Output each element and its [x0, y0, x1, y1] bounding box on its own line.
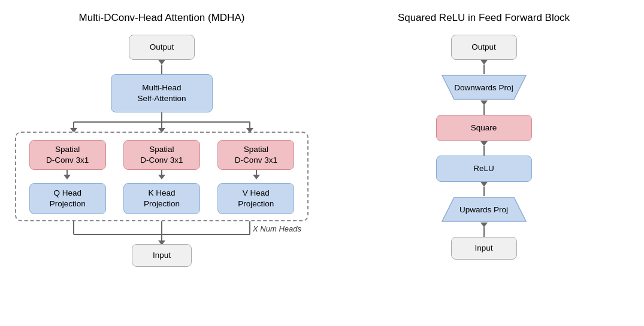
right-diagram: Squared ReLU in Feed Forward Block Outpu…	[323, 6, 644, 320]
down-proj-shape: Downwards Proj	[436, 74, 532, 100]
svg-marker-19	[158, 240, 165, 244]
down-proj-arrow	[480, 100, 488, 115]
q-head-box: Q Head Projection	[29, 183, 106, 214]
v-head-box: V Head Projection	[217, 183, 294, 214]
head-proj-row: Q Head Projection K Head Projection V He…	[22, 183, 301, 214]
relu-arrow	[480, 182, 488, 196]
head-input-svg	[15, 221, 309, 244]
svg-marker-9	[64, 175, 71, 179]
dconv-head-svg	[22, 170, 301, 183]
relu-box: ReLU	[436, 156, 532, 182]
svg-marker-13	[253, 175, 260, 179]
up-proj-shape: Upwards Proj	[436, 196, 532, 223]
col-q: Spatial D-Conv 3x1	[29, 140, 106, 170]
left-output-box: Output	[129, 35, 195, 60]
col-v-head: V Head Projection	[217, 183, 294, 214]
square-box: Square	[436, 115, 532, 141]
mhsa-box: Multi-Head Self-Attention	[111, 74, 213, 112]
left-diagram: Multi-DConv-Head Attention (MDHA) Output…	[0, 6, 323, 320]
dashed-region: Spatial D-Conv 3x1 Spatial D-Conv 3x1 Sp…	[15, 132, 309, 221]
down-proj-label: Downwards Proj	[454, 83, 513, 92]
k-dconv-box: Spatial D-Conv 3x1	[123, 140, 200, 170]
up-proj-label: Upwards Proj	[459, 205, 508, 214]
main-container: Multi-DConv-Head Attention (MDHA) Output…	[0, 0, 644, 326]
k-head-box: K Head Projection	[123, 183, 200, 214]
col-v: Spatial D-Conv 3x1	[217, 140, 294, 170]
left-title: Multi-DConv-Head Attention (MDHA)	[79, 12, 245, 24]
head-to-input-arrows	[15, 221, 309, 244]
right-inner: Output Downwards Proj Square	[436, 35, 532, 260]
mhsa-arrows-svg	[15, 112, 309, 132]
svg-marker-11	[158, 175, 165, 179]
square-arrow	[480, 141, 488, 156]
col-q-head: Q Head Projection	[29, 183, 106, 214]
right-output-box: Output	[451, 35, 517, 60]
left-inner: Output Multi-Head Self-Attention	[15, 35, 309, 267]
up-proj-arrow	[480, 223, 488, 237]
right-out-arrow	[480, 60, 488, 74]
right-title: Squared ReLU in Feed Forward Block	[398, 12, 570, 24]
q-dconv-box: Spatial D-Conv 3x1	[29, 140, 106, 170]
mhsa-to-cols-arrows	[15, 112, 309, 132]
dconv-to-head-arrows	[22, 170, 301, 183]
v-dconv-box: Spatial D-Conv 3x1	[217, 140, 294, 170]
dconv-row: Spatial D-Conv 3x1 Spatial D-Conv 3x1 Sp…	[22, 140, 301, 170]
col-k-head: K Head Projection	[123, 183, 200, 214]
left-input-box: Input	[132, 244, 192, 267]
left-output-arrow	[158, 60, 165, 74]
right-input-box: Input	[451, 237, 517, 260]
col-k: Spatial D-Conv 3x1	[123, 140, 200, 170]
